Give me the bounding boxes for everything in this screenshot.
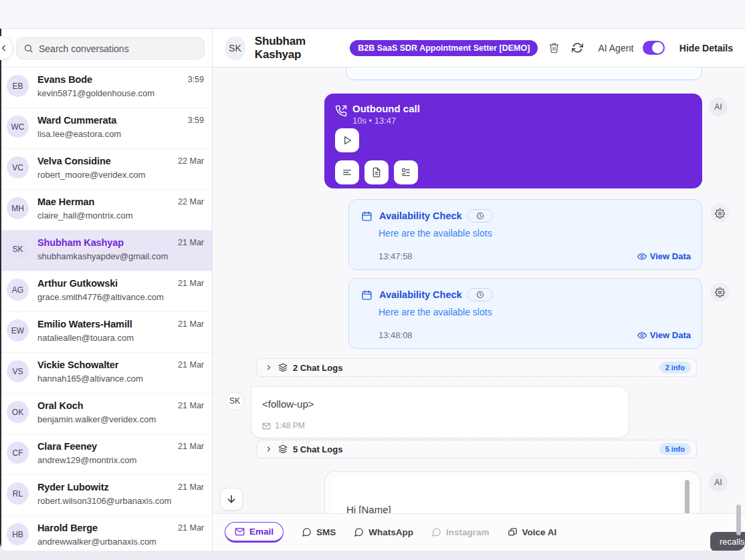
avatar: WC <box>7 116 29 138</box>
avatar: SK <box>7 238 29 260</box>
tab-whatsapp-label: WhatsApp <box>368 527 413 537</box>
conversation-list-item[interactable]: EB Evans Bode kevin5871@goldenhouse.com … <box>0 67 212 108</box>
view-data-button[interactable]: View Data <box>637 251 691 261</box>
tool-settings-button[interactable] <box>710 283 729 301</box>
contact-name: Harold Berge <box>37 521 169 535</box>
chat-logs-label: 5 Chat Logs <box>293 444 654 454</box>
tool-card-title: Availability Check <box>379 211 462 221</box>
avatar: EB <box>7 75 29 97</box>
call-details-button[interactable] <box>394 160 418 184</box>
info-count-badge: 2 info <box>659 362 691 374</box>
conversation-list-item[interactable]: HB Harold Berge andrewwalker@urbanaxis.c… <box>0 516 212 551</box>
conversation-time: 22 Mar <box>178 197 204 206</box>
conversation-time: 21 Mar <box>178 238 204 247</box>
call-transcript-button[interactable] <box>335 160 359 184</box>
ai-avatar: AI <box>709 473 728 492</box>
avatar: AG <box>7 279 29 301</box>
conversation-list-item[interactable]: WC Ward Cummerata lisa.lee@eastora.com 3… <box>0 108 212 149</box>
sidebar-header <box>0 29 212 67</box>
contact-name: Velva Considine <box>37 154 169 168</box>
view-data-button[interactable]: View Data <box>637 330 691 340</box>
conversation-texts: Evans Bode kevin5871@goldenhouse.com <box>37 73 179 100</box>
contact-email: shubhamkashyapdev@gmail.com <box>37 250 169 263</box>
call-title: Outbound call <box>352 103 420 115</box>
contact-email: robert_moore@veridex.com <box>37 168 169 182</box>
contact-email: kevin5871@goldenhouse.com <box>37 87 179 100</box>
hide-details-button[interactable]: Hide Details <box>679 43 733 53</box>
avatar: HB <box>7 523 29 545</box>
layers-icon <box>278 363 288 372</box>
eye-icon <box>637 331 647 340</box>
conversation-list-item[interactable]: AG Arthur Gutkowski grace.smith4776@alti… <box>0 271 212 312</box>
avatar: EW <box>7 319 29 341</box>
contact-name: Vickie Schowalter <box>37 358 169 372</box>
chevron-left-icon <box>0 43 9 53</box>
play-recording-button[interactable] <box>335 128 359 152</box>
delete-conversation-button[interactable] <box>547 41 561 55</box>
tool-settings-button[interactable] <box>710 204 729 223</box>
chat-message-area: Outbound call 10s • 13:47 <box>213 67 745 513</box>
contact-email: grace.smith4776@altivance.com <box>37 291 169 304</box>
tab-instagram[interactable]: Instagram <box>431 527 490 537</box>
contact-name: Ryder Lubowitz <box>37 480 169 495</box>
conversation-time: 21 Mar <box>178 401 204 410</box>
call-summary-button[interactable] <box>364 160 389 184</box>
ai-draft-message-text: Hi [Name] <box>346 504 691 513</box>
contact-name-title: Shubham Kashyap <box>255 35 340 61</box>
conversation-list-item[interactable]: CF Clara Feeney andrew129@montrix.com 21… <box>0 434 212 475</box>
conversation-list-item[interactable]: VS Vickie Schowalter hannah165@altivance… <box>0 353 212 394</box>
chat-logs-expander[interactable]: 5 Chat Logs 5 info <box>256 440 697 458</box>
draft-scrollbar[interactable] <box>685 480 689 513</box>
tab-voice-ai[interactable]: Voice AI <box>508 527 557 537</box>
info-count-badge: 5 info <box>659 443 691 455</box>
previous-message-card-partial <box>346 67 702 80</box>
refresh-button[interactable] <box>570 41 584 55</box>
availability-check-card: Availability Check Here are the availabl… <box>348 199 702 270</box>
ai-agent-toggle[interactable] <box>643 41 665 55</box>
chat-logs-expander[interactable]: 2 Chat Logs 2 info <box>256 358 697 377</box>
conversation-list-item[interactable]: VC Velva Considine robert_moore@veridex.… <box>0 149 212 190</box>
play-icon <box>342 135 352 146</box>
user-message-footer: 1:48 PM <box>262 421 305 430</box>
avatar: VS <box>7 360 29 382</box>
search-input[interactable] <box>39 43 197 54</box>
ai-agent-label: AI Agent <box>598 43 633 53</box>
conversation-sidebar: EB Evans Bode kevin5871@goldenhouse.com … <box>0 29 213 551</box>
chat-bubble-icon <box>302 527 312 537</box>
layers-icon <box>278 444 288 454</box>
conversation-time: 21 Mar <box>178 279 204 288</box>
avatar: MH <box>7 197 29 219</box>
clock-icon <box>476 291 484 299</box>
contact-email: andrew129@montrix.com <box>37 454 169 467</box>
avatar: VC <box>7 156 29 178</box>
ai-draft-message-card: Hi [Name] <box>324 471 701 513</box>
user-message-text: <follow-up> <box>262 398 618 410</box>
tab-sms[interactable]: SMS <box>302 527 336 537</box>
channel-tab-bar: Email SMS WhatsApp Instagram Voice AI <box>213 513 745 551</box>
call-card-header: Outbound call 10s • 13:47 <box>335 103 420 127</box>
tab-whatsapp[interactable]: WhatsApp <box>354 527 413 537</box>
availability-check-card: Availability Check Here are the availabl… <box>348 278 702 349</box>
conversation-texts: Harold Berge andrewwalker@urbanaxis.com <box>37 521 169 549</box>
tab-email[interactable]: Email <box>225 522 284 543</box>
agent-badge: B2B SaaS SDR Appointment Setter [DEMO] <box>350 40 538 56</box>
user-message-time: 1:48 PM <box>275 421 305 430</box>
conversation-list-item[interactable]: RL Ryder Lubowitz robert.wilson3106@urba… <box>0 475 212 516</box>
contact-email: claire_hall@montrix.com <box>37 209 169 223</box>
page-scrollbar[interactable] <box>736 505 741 535</box>
arrow-down-icon <box>226 494 237 505</box>
calendar-icon <box>361 289 372 301</box>
ai-draft-message-body: Hi [Name] <box>330 477 691 513</box>
toggle-knob <box>652 42 663 53</box>
clock-pill-badge <box>467 288 493 301</box>
clock-pill-badge <box>467 209 493 223</box>
conversation-list-item[interactable]: MH Mae Herman claire_hall@montrix.com 22… <box>0 190 212 231</box>
user-message-card: <follow-up> 1:48 PM <box>251 386 629 438</box>
conversation-list-item[interactable]: SK Shubham Kashyap shubhamkashyapdev@gma… <box>0 231 212 271</box>
contact-name: Emilio Waters-Hamill <box>37 317 169 331</box>
conversation-list-item[interactable]: EW Emilio Waters-Hamill natalieallen@tou… <box>0 312 212 353</box>
scroll-to-bottom-button[interactable] <box>220 488 243 511</box>
conversation-time: 21 Mar <box>178 319 204 329</box>
conversation-texts: Ryder Lubowitz robert.wilson3106@urbanax… <box>37 480 169 508</box>
conversation-list-item[interactable]: OK Oral Koch benjamin.walker@veridex.com… <box>0 394 212 434</box>
